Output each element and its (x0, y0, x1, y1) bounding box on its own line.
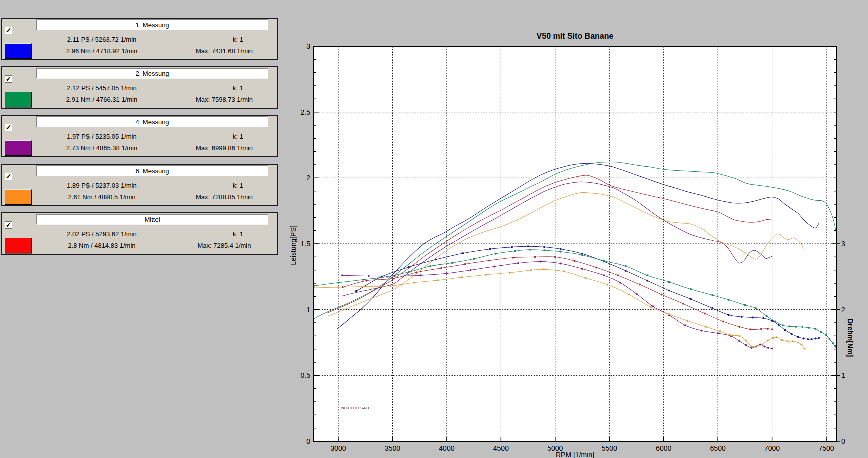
measurement-title-field[interactable]: 6. Messung (36, 165, 268, 176)
data-point-marker (728, 299, 730, 301)
data-point-marker (650, 306, 652, 308)
data-point-marker (420, 274, 422, 276)
x-tick-label: 4000 (439, 444, 454, 452)
data-point-marker (791, 333, 793, 335)
data-point-marker (408, 266, 410, 268)
data-point-marker (356, 290, 358, 292)
measurement-title-field[interactable]: 1. Messung (36, 19, 268, 30)
k-factor-label: k: 1 (202, 36, 274, 43)
data-point-marker (720, 330, 722, 332)
y-left-tick-label: 1 (306, 306, 310, 314)
data-point-marker (762, 317, 764, 319)
data-point-marker (814, 338, 816, 340)
measurement-panel: ✓Mittel2.02 PS / 5293.62 1/mink: 12.8 Nm… (1, 212, 278, 255)
data-point-marker (544, 246, 546, 248)
x-tick-label: 3000 (330, 444, 346, 452)
data-point-marker (804, 347, 806, 349)
data-point-marker (414, 282, 416, 284)
measurement-visible-checkbox[interactable]: ✓ (5, 75, 12, 83)
k-factor-label: k: 1 (202, 84, 274, 92)
data-point-marker (795, 326, 797, 328)
data-point-marker (756, 345, 758, 347)
x-tick-label: 7500 (818, 444, 834, 452)
measurement-visible-checkbox[interactable]: ✓ (5, 124, 12, 131)
measurement-panel: ✓2. Messung2.12 PS / 5457.05 1/mink: 12.… (1, 66, 278, 109)
data-point-marker (534, 256, 536, 258)
data-point-marker (416, 271, 418, 273)
measurement-color-swatch (5, 140, 32, 156)
power-peak-label: 1.89 PS / 5237.03 1/min (32, 182, 172, 189)
measurement-title-field[interactable]: Mittel (36, 214, 268, 225)
data-point-marker (741, 316, 743, 318)
data-point-marker (781, 339, 783, 341)
data-point-marker (408, 271, 410, 273)
measurement-visible-checkbox[interactable]: ✓ (5, 173, 12, 180)
data-point-marker (529, 249, 531, 251)
data-point-marker (625, 270, 627, 272)
data-point-marker (739, 335, 741, 337)
data-point-marker (618, 274, 620, 276)
data-point-marker (392, 278, 394, 280)
max-rpm-label: Max: 7285.4 1/min (174, 242, 274, 249)
measurement-visible-checkbox[interactable]: ✓ (5, 221, 12, 229)
measurement-title-field[interactable]: 4. Messung (36, 116, 268, 127)
data-point-marker (764, 345, 766, 347)
data-point-marker (686, 320, 688, 322)
y-left-axis-label: Leistung[PS] (290, 225, 298, 265)
data-point-marker (446, 272, 448, 274)
data-point-marker (368, 275, 370, 277)
data-point-marker (684, 324, 686, 326)
data-point-marker (603, 274, 605, 276)
data-point-marker (772, 347, 774, 349)
y-left-tick-label: 2.5 (301, 108, 311, 116)
data-point-marker (660, 293, 662, 295)
power-peak-label: 2.02 PS / 5293.62 1/min (32, 230, 172, 238)
max-rpm-label: Max: 7431.68 1/min (174, 47, 274, 55)
data-point-marker (668, 313, 670, 315)
measurement-color-swatch (5, 189, 32, 205)
max-rpm-label: Max: 7598.73 1/min (174, 96, 274, 103)
data-point-marker (750, 328, 752, 330)
data-point-marker (582, 254, 584, 256)
y-left-tick-label: 3 (306, 42, 310, 50)
k-factor-label: k: 1 (202, 230, 274, 238)
data-point-marker (768, 347, 770, 349)
data-point-marker (652, 305, 654, 307)
measurement-visible-checkbox[interactable]: ✓ (5, 27, 12, 34)
data-point-marker (530, 269, 532, 271)
data-point-marker (701, 330, 703, 332)
data-point-marker (668, 290, 670, 292)
data-point-marker (722, 320, 724, 322)
data-point-marker (470, 269, 472, 271)
data-point-marker (730, 334, 732, 336)
data-point-marker (560, 251, 562, 253)
x-tick-label: 6000 (656, 444, 672, 452)
x-tick-label: 7000 (764, 444, 780, 452)
data-point-marker (366, 280, 368, 282)
data-point-marker (646, 280, 648, 282)
measurement-color-swatch (5, 43, 32, 59)
data-point-marker (461, 276, 463, 278)
data-point-marker (342, 286, 344, 288)
data-point-marker (744, 304, 746, 306)
data-point-marker (807, 338, 809, 340)
data-point-marker (582, 268, 584, 270)
data-point-marker (636, 293, 638, 295)
data-point-marker (728, 314, 730, 316)
power-peak-label: 2.11 PS / 5263.72 1/min (32, 36, 172, 43)
measurement-title-field[interactable]: 2. Messung (36, 68, 268, 79)
data-point-marker (682, 303, 684, 305)
data-point-marker (338, 286, 340, 288)
measurement-color-swatch (5, 92, 32, 107)
data-point-marker (390, 285, 392, 287)
data-point-marker (829, 338, 831, 340)
torque-peak-label: 2.61 Nm / 4890.5 1/min (32, 193, 172, 201)
y-left-tick-label: 0.5 (301, 371, 311, 379)
data-point-marker (746, 340, 748, 342)
data-point-marker (560, 248, 562, 250)
data-point-marker (762, 344, 764, 346)
data-point-marker (712, 294, 714, 296)
data-point-marker (818, 337, 820, 339)
data-point-marker (620, 282, 622, 284)
data-point-marker (364, 286, 366, 288)
